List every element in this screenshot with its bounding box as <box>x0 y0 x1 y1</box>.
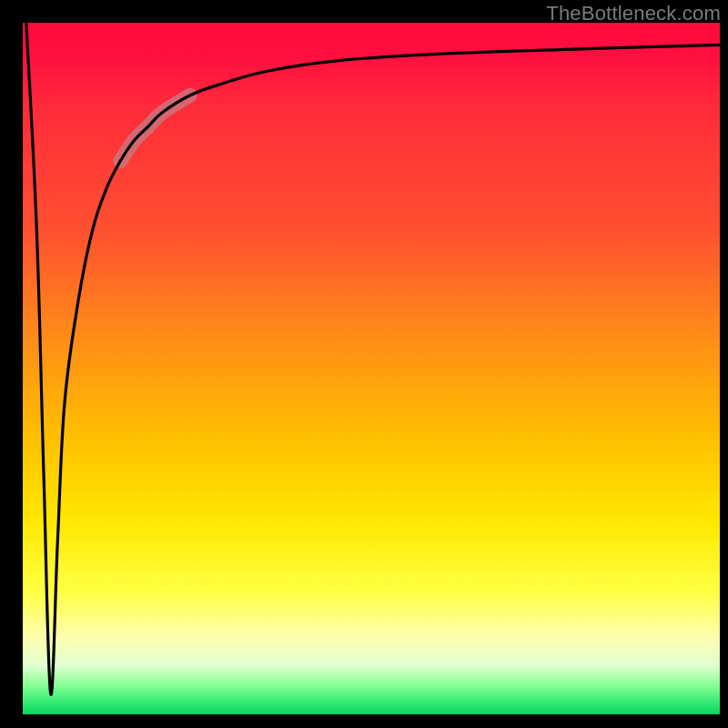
curve-layer <box>23 23 720 714</box>
bottleneck-curve <box>26 23 720 694</box>
watermark-text: TheBottleneck.com <box>546 2 721 25</box>
curve-highlight <box>120 96 190 161</box>
plot-area <box>23 23 720 714</box>
chart-frame: TheBottleneck.com <box>0 0 728 728</box>
